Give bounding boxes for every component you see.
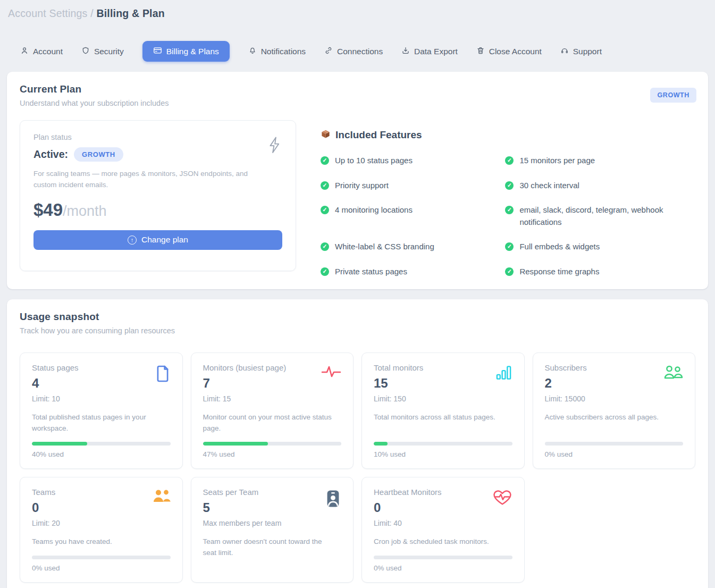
breadcrumb-section[interactable]: Account Settings / xyxy=(8,7,94,19)
feature-item: ✓Private status pages xyxy=(321,266,496,278)
plan-description: For scaling teams — more pages & monitor… xyxy=(33,169,257,191)
included-features: Included Features ✓Up to 10 status pages… xyxy=(296,120,695,278)
usage-description: Total published status pages in your wor… xyxy=(32,412,165,434)
tab-connections[interactable]: Connections xyxy=(324,41,383,62)
usage-card-total-monitors: Total monitors 15 Limit: 150 Total monit… xyxy=(361,352,525,469)
usage-grid: Status pages 4 Limit: 10 Total published… xyxy=(20,352,695,583)
usage-description: Monitor count on your most active status… xyxy=(203,412,336,434)
tab-label: Close Account xyxy=(489,47,542,56)
usage-card-heartbeat-monitors: Heartbeat Monitors 0 Limit: 40 Cron job … xyxy=(361,477,525,583)
plan-status-card: Plan status Active: GROWTH For scaling t… xyxy=(20,120,296,271)
feature-label: Private status pages xyxy=(335,266,407,278)
check-circle-icon: ✓ xyxy=(505,267,514,276)
tab-security[interactable]: Security xyxy=(81,41,124,62)
check-circle-icon: ✓ xyxy=(321,242,329,251)
tab-account[interactable]: Account xyxy=(20,41,63,62)
feature-item: ✓White-label & CSS branding xyxy=(321,241,496,253)
usage-percent: 0% used xyxy=(545,450,684,458)
progress-fill xyxy=(32,442,87,446)
progress-track xyxy=(374,556,512,559)
progress-track xyxy=(203,442,342,446)
feature-item: ✓Up to 10 status pages xyxy=(321,155,496,167)
usage-value: 5 xyxy=(203,500,342,515)
feature-item: ✓Priority support xyxy=(321,180,496,192)
progress-track xyxy=(32,442,171,446)
feature-label: Priority support xyxy=(335,180,389,192)
change-plan-label: Change plan xyxy=(141,235,188,245)
check-circle-icon: ✓ xyxy=(321,267,329,276)
usage-label: Heartbeat Monitors xyxy=(374,488,512,497)
shield-icon xyxy=(81,46,90,57)
usage-subtitle: Track how you are consuming plan resourc… xyxy=(20,326,695,335)
usage-label: Seats per Team xyxy=(203,488,342,497)
usage-limit: Max members per team xyxy=(203,519,342,527)
usage-value: 0 xyxy=(374,500,512,515)
tab-billing-plans[interactable]: Billing & Plans xyxy=(142,41,230,62)
usage-percent: 10% used xyxy=(374,450,512,458)
usage-percent: 0% used xyxy=(32,564,171,572)
feature-label: Up to 10 status pages xyxy=(335,155,413,167)
usage-card-status-pages: Status pages 4 Limit: 10 Total published… xyxy=(20,352,183,469)
usage-label: Teams xyxy=(32,488,171,497)
tab-label: Data Export xyxy=(414,47,458,56)
usage-label: Total monitors xyxy=(374,363,512,372)
usage-value: 15 xyxy=(374,376,512,391)
feature-item: ✓email, slack, discord, telegram, webhoo… xyxy=(505,204,680,228)
feature-label: Response time graphs xyxy=(519,266,599,278)
plan-status-value: Active: xyxy=(33,148,68,161)
usage-limit: Limit: 20 xyxy=(32,519,171,527)
feature-label: Full embeds & widgets xyxy=(519,241,600,253)
feature-label: 4 monitoring locations xyxy=(335,204,413,216)
settings-tab-bar: Account Security Billing & Plans Notific… xyxy=(20,41,602,62)
check-circle-icon: ✓ xyxy=(505,156,514,165)
features-grid: ✓Up to 10 status pages ✓15 monitors per … xyxy=(321,155,695,278)
tab-data-export[interactable]: Data Export xyxy=(401,41,458,62)
team-icon xyxy=(153,489,171,505)
usage-description: Total monitors across all status pages. xyxy=(374,412,507,423)
download-icon xyxy=(401,46,410,57)
headset-icon xyxy=(560,46,569,57)
tab-label: Account xyxy=(33,47,63,56)
tab-support[interactable]: Support xyxy=(560,41,602,62)
tab-label: Support xyxy=(573,47,602,56)
usage-card-teams: Teams 0 Limit: 20 Teams you have created… xyxy=(20,477,183,583)
check-circle-icon: ✓ xyxy=(505,181,514,190)
bar-chart-icon xyxy=(496,365,512,383)
tab-notifications[interactable]: Notifications xyxy=(248,41,306,62)
feature-item: ✓30 check interval xyxy=(505,180,680,192)
breadcrumb: Account Settings / Billing & Plan xyxy=(7,0,708,20)
progress-track xyxy=(32,556,171,559)
page-title: Billing & Plan xyxy=(96,7,164,19)
feature-item: ✓Full embeds & widgets xyxy=(505,241,680,253)
plan-price: $49 xyxy=(33,200,63,220)
feature-item: ✓15 monitors per page xyxy=(505,155,680,167)
bell-icon xyxy=(248,46,257,57)
usage-description: Team owner doesn't count toward the seat… xyxy=(203,536,336,559)
usage-label: Monitors (busiest page) xyxy=(203,363,342,372)
change-plan-button[interactable]: ↑ Change plan xyxy=(33,230,282,250)
tab-label: Billing & Plans xyxy=(166,47,219,56)
plan-status-label: Plan status xyxy=(33,133,282,141)
usage-limit: Limit: 150 xyxy=(374,394,512,403)
check-circle-icon: ✓ xyxy=(321,181,329,190)
usage-percent: 47% used xyxy=(203,450,342,458)
progress-track xyxy=(545,442,684,446)
file-icon xyxy=(155,365,171,385)
included-features-title: Included Features xyxy=(335,129,422,141)
feature-item: ✓Response time graphs xyxy=(505,266,680,278)
progress-track xyxy=(374,442,512,446)
check-circle-icon: ✓ xyxy=(505,242,514,251)
usage-limit: Limit: 15 xyxy=(203,394,342,403)
tab-close-account[interactable]: Close Account xyxy=(476,41,542,62)
activity-icon xyxy=(321,365,341,381)
tab-label: Security xyxy=(94,47,124,56)
billing-page: Account Settings / Billing & Plan Accoun… xyxy=(0,0,715,588)
current-plan-subtitle: Understand what your subscription includ… xyxy=(20,99,695,107)
usage-card-seats-per-team: Seats per Team 5 Max members per team Te… xyxy=(191,477,354,583)
usage-limit: Limit: 15000 xyxy=(545,394,684,403)
feature-label: 15 monitors per page xyxy=(519,155,595,167)
usage-snapshot-panel: Usage snapshot Track how you are consumi… xyxy=(7,299,708,588)
usage-card-monitors-busiest: Monitors (busiest page) 7 Limit: 15 Moni… xyxy=(191,352,354,469)
feature-label: White-label & CSS branding xyxy=(335,241,434,253)
user-icon xyxy=(20,46,29,57)
